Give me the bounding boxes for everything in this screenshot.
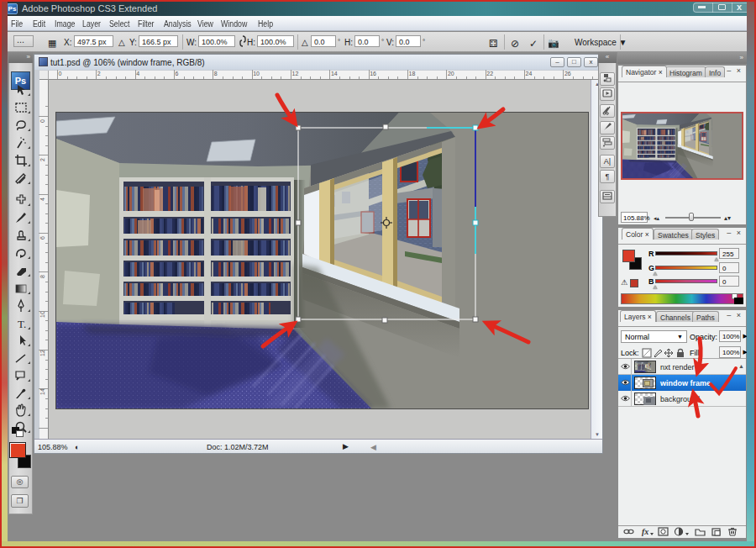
- svg-text:fx: fx: [642, 527, 648, 536]
- svg-text:T.: T.: [18, 318, 26, 330]
